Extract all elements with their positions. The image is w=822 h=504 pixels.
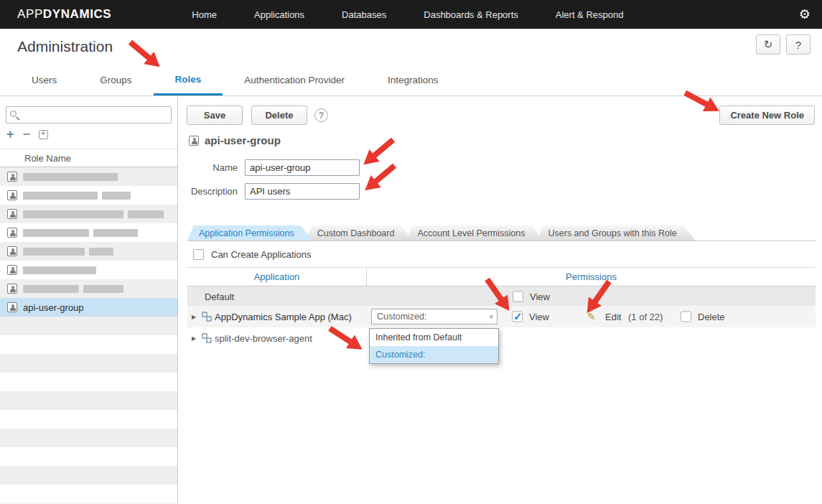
redacted-text [23,248,85,256]
top-nav: APPDYNAMICS Home Applications Databases … [0,0,822,29]
admin-tabbar: Users Groups Roles Authentication Provid… [0,65,822,96]
nav-item-applications[interactable]: Applications [254,9,304,20]
permission-dropdown[interactable]: Customized: ▾ [371,309,498,325]
app-view-label: View [529,312,549,322]
role-user-icon [7,228,17,238]
can-create-applications-label: Can Create Applications [211,249,311,260]
redacted-text [23,192,98,200]
permission-dropdown-menu: Inherited from Default Customized: [369,328,499,364]
table-row-split-dev-agent[interactable]: ▶ split-dev-browser-agent [187,327,816,348]
logo-dynamics-text: DYNAMICS [43,7,111,21]
redacted-text [23,229,89,237]
table-row-default[interactable]: Default View [187,286,816,306]
redacted-text [83,285,123,293]
role-row-redacted[interactable] [0,167,177,186]
role-name-column-header: Role Name [0,149,177,167]
help-button[interactable]: ? [786,34,811,55]
menu-item-customized[interactable]: Customized: [370,346,498,363]
default-view-checkbox[interactable] [513,291,523,302]
table-row-sample-app[interactable]: ▶ AppDynamics Sample App (Mac) Customize… [187,306,816,327]
save-button[interactable]: Save [187,106,243,125]
tab-application-permissions[interactable]: Application Permissions [187,225,313,241]
role-search-input[interactable] [22,108,166,122]
app-view-checkbox[interactable]: ✓ [512,312,523,322]
help-icon: ? [795,39,801,51]
application-icon [202,333,212,343]
name-form-row: Name [186,159,360,176]
role-user-icon [7,246,17,256]
refresh-button[interactable]: ↻ [756,34,780,55]
name-field[interactable] [245,159,360,176]
role-row-redacted[interactable] [0,279,177,298]
role-user-icon [7,190,17,200]
permissions-column-header[interactable]: Permissions [367,268,816,286]
can-create-applications-checkbox[interactable] [193,249,204,260]
nav-item-alert-respond[interactable]: Alert & Respond [556,9,624,20]
description-label: Description [186,186,238,197]
search-icon [10,111,17,117]
application-column-header[interactable]: Application [187,268,367,286]
check-icon: ✓ [513,310,523,323]
tab-users[interactable]: Users [10,65,78,95]
roles-sidebar: + − Role Name [0,97,178,504]
default-row-label: Default [205,291,234,302]
tab-account-level-permissions[interactable]: Account Level Permissions [406,225,543,241]
nav-item-databases[interactable]: Databases [342,9,386,20]
add-role-icon[interactable]: + [6,129,14,140]
nav-item-dashboards-reports[interactable]: Dashboards & Reports [424,9,518,20]
description-form-row: Description [186,183,360,200]
tab-groups[interactable]: Groups [78,65,153,95]
refresh-icon: ↻ [764,38,773,51]
delete-button[interactable]: Delete [251,106,307,125]
page-title: Administration [17,38,113,55]
permission-tabs: Application Permissions Custom Dashboard… [187,225,688,241]
agent-row-name: split-dev-browser-agent [215,332,312,343]
role-row-redacted[interactable] [0,261,177,279]
role-title-text: api-user-group [205,134,281,146]
role-row-redacted[interactable] [0,186,177,205]
menu-item-inherited[interactable]: Inherited from Default [370,329,498,346]
redacted-text [128,210,164,218]
permissions-table-header: Application Permissions [187,268,816,286]
app-delete-label: Delete [698,312,725,322]
expand-icon[interactable]: ▶ [192,335,196,341]
role-row-redacted[interactable] [0,205,177,223]
tab-integrations[interactable]: Integrations [366,65,460,95]
sample-app-name: AppDynamics Sample App (Mac) [215,312,352,322]
remove-role-icon[interactable]: − [23,129,31,140]
redacted-text [23,266,96,274]
redacted-text [93,229,138,237]
app-edit-count: (1 of 22) [628,312,663,322]
redacted-text [23,285,79,293]
permission-dropdown-value: Customized: [377,312,426,322]
role-user-icon [7,209,17,219]
role-list-tools: + − [6,129,48,140]
role-user-icon [7,302,17,312]
expand-icon[interactable]: ▶ [192,314,196,320]
description-field[interactable] [245,183,360,200]
role-user-icon [189,136,199,146]
create-new-role-button[interactable]: Create New Role [719,106,815,125]
default-view-label: View [530,291,550,302]
duplicate-role-icon[interactable] [39,130,48,139]
top-nav-items: Home Applications Databases Dashboards &… [192,9,623,20]
app-delete-checkbox[interactable] [681,312,691,322]
role-detail-pane: Save Delete ? Create New Role api-user-g… [179,97,822,504]
role-row-api-user-group[interactable]: api-user-group [0,298,177,317]
role-row-redacted[interactable] [0,242,177,261]
application-permissions-panel: Can Create Applications Application Perm… [187,241,816,504]
tab-authentication-provider[interactable]: Authentication Provider [223,65,366,95]
role-row-redacted[interactable] [0,223,177,242]
app-edit-label[interactable]: Edit [605,312,621,322]
tab-users-groups-with-role[interactable]: Users and Groups with this Role [536,225,695,241]
settings-gear-icon[interactable]: ⚙ [799,0,811,29]
role-user-icon [7,265,17,275]
redacted-text [23,210,123,218]
redacted-text [102,192,131,200]
edit-pencil-icon[interactable]: ✎ [587,311,596,322]
nav-item-home[interactable]: Home [192,9,217,20]
context-help-icon[interactable]: ? [314,108,328,122]
tab-roles[interactable]: Roles [154,65,223,95]
appdynamics-logo[interactable]: APPDYNAMICS [17,7,111,22]
tab-custom-dashboard[interactable]: Custom Dashboard [306,225,414,241]
